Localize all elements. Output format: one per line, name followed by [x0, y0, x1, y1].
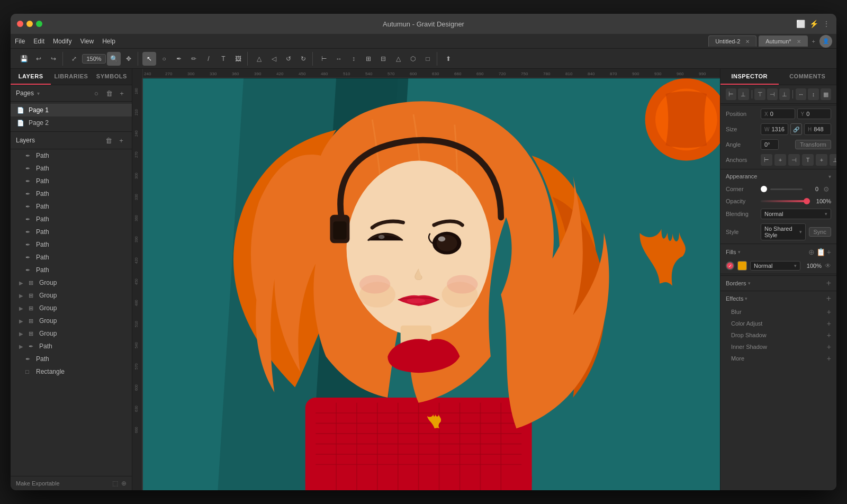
layer-path-10[interactable]: ✒ Path [11, 264, 132, 276]
menu-view[interactable]: View [76, 36, 98, 47]
group-expand-4[interactable]: ▶ [19, 318, 25, 324]
anchor-center-btn[interactable]: + [774, 154, 786, 166]
size-h-input[interactable]: H 848 [804, 123, 831, 135]
group-expand-1[interactable]: ▶ [19, 280, 25, 286]
corner-slider[interactable] [770, 188, 803, 190]
layer-group-2[interactable]: ▶ ⊞ Group [11, 289, 132, 302]
opacity-slider[interactable] [761, 200, 810, 202]
flip-h-btn[interactable]: ↔ [332, 52, 346, 66]
borders-add-btn[interactable]: + [826, 278, 831, 288]
layer-rectangle[interactable]: □ Rectangle [11, 365, 132, 378]
anchor-top-btn[interactable]: T [802, 154, 814, 166]
save-btn[interactable]: 💾 [17, 52, 31, 66]
export-add-btn[interactable]: ⊕ [121, 480, 127, 487]
pencil-btn[interactable]: ✏ [187, 52, 201, 66]
layers-add-btn[interactable]: + [116, 135, 127, 146]
rotate-right-btn[interactable]: ↻ [296, 52, 310, 66]
back-btn[interactable]: ◁ [267, 52, 281, 66]
knife-btn[interactable]: / [202, 52, 215, 66]
layer-path-sub[interactable]: ✒ Path [11, 353, 132, 365]
maximize-button[interactable] [36, 21, 42, 27]
style-sync-btn[interactable]: Sync [809, 227, 831, 237]
fills-add-btn[interactable]: + [827, 248, 831, 256]
tab-comments[interactable]: COMMENTS [779, 69, 837, 85]
layer-path-1[interactable]: ✒ Path [11, 149, 132, 162]
effect-innershadow-add[interactable]: + [827, 343, 831, 351]
style-dropdown[interactable]: No Shared Style ▾ [761, 223, 806, 240]
mask-btn[interactable]: ⬡ [406, 52, 420, 66]
tab-inspector[interactable]: INSPECTOR [720, 69, 779, 85]
align-top-edge-btn[interactable]: ⊤ [754, 88, 765, 100]
position-x-input[interactable]: X 0 [761, 109, 795, 119]
tab-close-untitled[interactable]: ✕ [745, 39, 750, 44]
zoom-in-btn[interactable]: 🔍 [107, 52, 121, 66]
tab-add-btn[interactable]: + [812, 38, 815, 44]
fill-mode-dropdown[interactable]: Normal ▾ [750, 261, 800, 271]
rotate-left-btn[interactable]: ↺ [282, 52, 295, 66]
layer-group-4[interactable]: ▶ ⊞ Group [11, 314, 132, 327]
menu-help[interactable]: Help [98, 36, 120, 47]
doc-tab-untitled[interactable]: Untitled-2 ✕ [708, 35, 756, 47]
align-middle-v-btn[interactable]: ⊣ [767, 88, 778, 100]
transform-btn[interactable]: Transform [795, 140, 831, 149]
layer-path-8[interactable]: ✒ Path [11, 238, 132, 251]
anchor-middle-btn[interactable]: + [816, 154, 827, 166]
tab-libraries[interactable]: LIBRARIES [51, 69, 91, 85]
canvas-area[interactable] [143, 78, 720, 490]
distribute-h-btn[interactable]: ↔ [796, 88, 806, 100]
layers-delete-btn[interactable]: 🗑 [103, 135, 114, 146]
image-btn[interactable]: 🖼 [231, 52, 245, 66]
zoom-display[interactable]: 150% [82, 54, 106, 64]
layer-path-6[interactable]: ✒ Path [11, 213, 132, 226]
layer-path-9[interactable]: ✒ Path [11, 251, 132, 264]
effect-coloradj-add[interactable]: + [827, 319, 831, 328]
chart-btn[interactable]: ▦ [821, 88, 831, 100]
angle-input[interactable]: 0° [761, 139, 779, 150]
layer-path-2[interactable]: ✒ Path [11, 162, 132, 175]
triangle-btn[interactable]: △ [252, 52, 266, 66]
pages-chevron[interactable]: ▾ [37, 91, 40, 96]
anchor-bottom-btn[interactable]: ⊥ [830, 154, 836, 166]
redo-btn[interactable]: ↪ [47, 52, 60, 66]
window-icon-3[interactable]: ⋮ [823, 20, 830, 28]
page-item-1[interactable]: 📄 Page 1 [11, 104, 132, 116]
bool-union-btn[interactable]: △ [391, 52, 405, 66]
minimize-button[interactable] [26, 21, 33, 27]
effects-add-btn[interactable]: + [826, 294, 831, 303]
tab-symbols[interactable]: SYMBOLS [92, 69, 132, 85]
tab-close-autumun[interactable]: ✕ [797, 39, 801, 44]
fills-chevron[interactable]: ▾ [738, 249, 741, 255]
select-btn[interactable]: ↖ [142, 52, 156, 66]
zoom-fit-btn[interactable]: ⤢ [67, 52, 81, 66]
fill-toggle-1[interactable]: ✓ [726, 262, 734, 270]
group-expand-5[interactable]: ▶ [19, 331, 25, 337]
appearance-header[interactable]: Appearance ▾ [720, 170, 836, 182]
layer-group-5[interactable]: ▶ ⊞ Group [11, 327, 132, 340]
align-center-h-btn[interactable]: ⊥ [738, 88, 749, 100]
constrain-proportions-btn[interactable]: 🔗 [790, 123, 802, 135]
anchor-left-btn[interactable]: ⊢ [761, 154, 772, 166]
square-btn[interactable]: □ [421, 52, 435, 66]
group-btn[interactable]: ⊞ [362, 52, 375, 66]
effect-blur-add[interactable]: + [827, 308, 831, 316]
fill-color-swatch-1[interactable] [737, 261, 747, 271]
group-expand-3[interactable]: ▶ [19, 305, 25, 311]
fill-eye-btn[interactable]: 👁 [825, 262, 831, 269]
doc-tab-autumun[interactable]: Autumun* ✕ [759, 35, 807, 47]
layer-group-1[interactable]: ▶ ⊞ Group [11, 276, 132, 289]
layer-path-7[interactable]: ✒ Path [11, 226, 132, 238]
layer-path-5[interactable]: ✒ Path [11, 200, 132, 213]
path-expand-btn[interactable]: ▶ [19, 344, 25, 349]
export-btn[interactable]: ⬆ [441, 52, 455, 66]
corner-dot[interactable] [761, 186, 767, 192]
layer-group-3[interactable]: ▶ ⊞ Group [11, 302, 132, 314]
layer-path-4[interactable]: ✒ Path [11, 187, 132, 200]
pages-delete-btn[interactable]: 🗑 [104, 88, 114, 98]
pages-add-btn[interactable]: + [117, 88, 127, 98]
align-bottom-edge-btn[interactable]: ⊥ [779, 88, 790, 100]
ungroup-btn[interactable]: ⊟ [376, 52, 390, 66]
align-left-btn[interactable]: ⊢ [317, 52, 331, 66]
text-btn[interactable]: T [217, 52, 230, 66]
group-expand-2[interactable]: ▶ [19, 293, 25, 299]
menu-file[interactable]: File [11, 36, 29, 47]
